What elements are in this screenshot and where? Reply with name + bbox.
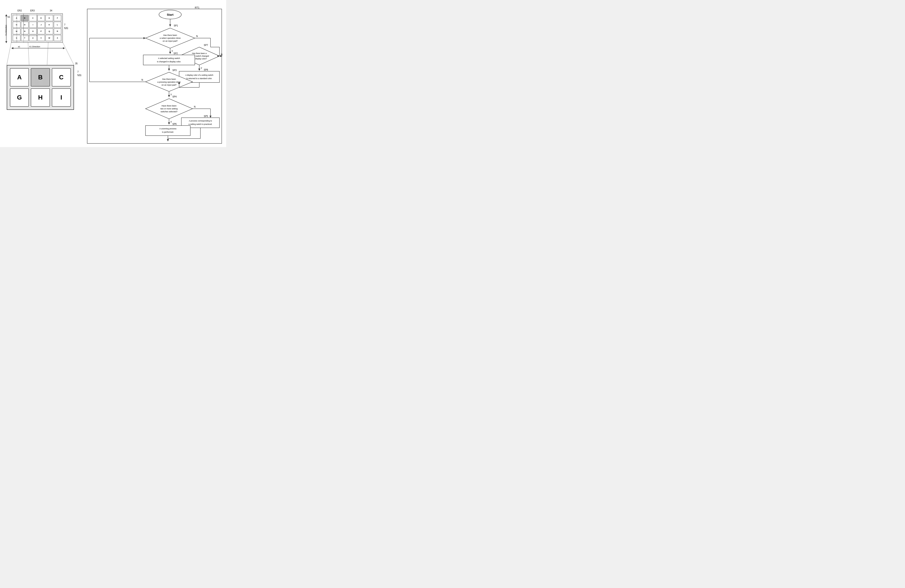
sp6-t1: A zooming process bbox=[159, 127, 177, 130]
keyboard-top: A B C D E F G H I J K L M N O P Q R S T … bbox=[11, 13, 63, 43]
sp2-box bbox=[143, 55, 195, 65]
key-C-dotted: C bbox=[29, 15, 37, 21]
sp1-n-label: N bbox=[196, 35, 198, 37]
label-er3: ER3 bbox=[30, 10, 35, 12]
big-key-A: A bbox=[10, 68, 29, 87]
big-key-C: C bbox=[52, 68, 71, 87]
label-sp5: SP5 bbox=[204, 115, 208, 118]
flowchart: RT1 Start SP1 Has there been a select op… bbox=[85, 2, 224, 146]
sp8-t2: is returned to a standard color. bbox=[187, 77, 212, 79]
keyboard-bottom: A B C G H I bbox=[7, 65, 74, 110]
sp3-q2: a pressing operation done bbox=[157, 81, 181, 83]
key-I: I bbox=[29, 22, 37, 28]
key-T: T bbox=[21, 35, 29, 41]
sp1-y-label: Y bbox=[171, 50, 173, 52]
key-R: R bbox=[54, 29, 62, 35]
sp4-q2: two or more setting bbox=[160, 108, 178, 110]
big-key-H: H bbox=[31, 88, 50, 107]
label-sp6: SP6 bbox=[172, 123, 177, 125]
svg-line-4 bbox=[47, 43, 48, 65]
label-7-top: 7 bbox=[64, 24, 65, 26]
label-sp7: SP7 bbox=[204, 44, 208, 46]
svg-line-2 bbox=[7, 43, 11, 65]
start-text: Start bbox=[167, 13, 173, 16]
label-56-top: 5(6) bbox=[64, 27, 68, 29]
label-sp4: SP4 bbox=[172, 95, 177, 98]
sp4-y-label: Y bbox=[170, 121, 172, 123]
label-sp3: SP3 bbox=[172, 69, 177, 72]
key-G: G bbox=[13, 22, 21, 28]
key-W: W bbox=[46, 35, 53, 41]
key-Q: Q bbox=[46, 29, 53, 35]
key-J: J bbox=[37, 22, 45, 28]
sp7-y-label: Y bbox=[201, 67, 202, 70]
key-V: V bbox=[37, 35, 45, 41]
label-56-bot: 5(6) bbox=[77, 74, 81, 76]
sp4-q1: Have there been bbox=[162, 105, 177, 107]
sp3-q3: on an input pad? bbox=[161, 84, 176, 86]
key-N: N bbox=[21, 29, 29, 35]
svg-line-5 bbox=[63, 43, 74, 65]
key-F: F bbox=[54, 15, 62, 21]
key-S: S bbox=[13, 35, 21, 41]
label-b1: b1 bbox=[8, 16, 10, 18]
sp2-t1: A selected setting switch bbox=[158, 57, 180, 59]
sp4-q3: switches selected? bbox=[160, 111, 178, 113]
label-7-bot: 7 bbox=[77, 71, 79, 73]
label-35: 35 bbox=[75, 62, 78, 65]
sp7-n-label: N bbox=[221, 53, 222, 56]
y1-direction-label: Y1 Direction bbox=[5, 25, 7, 36]
key-B-highlight: B bbox=[21, 15, 29, 21]
key-O: O bbox=[29, 29, 37, 35]
key-L: L bbox=[54, 22, 62, 28]
left-panel: ER2 ER3 34 b1 7 5(6) Y1 Direction a1 X1 … bbox=[0, 0, 83, 147]
key-M: M bbox=[13, 29, 21, 35]
key-E: E bbox=[46, 15, 53, 21]
x1-direction-label: a1 X1 Direction bbox=[18, 46, 40, 48]
sp1-q1: Has there been bbox=[163, 34, 177, 36]
label-sp8: SP8 bbox=[204, 68, 208, 71]
big-key-I: I bbox=[52, 88, 71, 107]
page: ER2 ER3 34 b1 7 5(6) Y1 Direction a1 X1 … bbox=[0, 0, 226, 147]
label-sp2: SP2 bbox=[173, 52, 178, 55]
sp7-q1: Has there been a bbox=[192, 52, 206, 54]
sp4-n-label: N bbox=[194, 106, 195, 108]
label-rt1: RT1 bbox=[195, 6, 200, 9]
key-P: P bbox=[37, 29, 45, 35]
right-panel: RT1 Start SP1 Has there been a select op… bbox=[83, 0, 226, 147]
key-K: K bbox=[46, 22, 53, 28]
sp6-t2: is performed. bbox=[162, 131, 174, 133]
sp6-box bbox=[146, 126, 191, 136]
sp8-t1: A display color of a setting switch bbox=[186, 74, 213, 76]
key-A: A bbox=[13, 15, 21, 21]
sp2-t2: is changed in display color. bbox=[157, 60, 181, 63]
label-er2: ER2 bbox=[17, 10, 22, 12]
key-X: X bbox=[54, 35, 62, 41]
sp3-n-label: N bbox=[141, 79, 143, 81]
sp1-q3: on an input pad? bbox=[162, 40, 178, 42]
big-key-B: B bbox=[31, 68, 50, 87]
label-34: 34 bbox=[50, 10, 52, 12]
key-D: D bbox=[37, 15, 45, 21]
key-H: H bbox=[21, 22, 29, 28]
sp5-t2: a setting switch is practiced. bbox=[189, 123, 212, 125]
sp1-q2: a select operation done bbox=[160, 37, 181, 39]
big-key-G: G bbox=[10, 88, 29, 107]
sp3-q1: Has there been bbox=[162, 78, 176, 80]
sp5-t1: A process corresponding to bbox=[189, 120, 212, 122]
key-U: U bbox=[29, 35, 37, 41]
label-sp1: SP1 bbox=[174, 24, 178, 27]
sp3-y-label: Y bbox=[170, 94, 172, 96]
